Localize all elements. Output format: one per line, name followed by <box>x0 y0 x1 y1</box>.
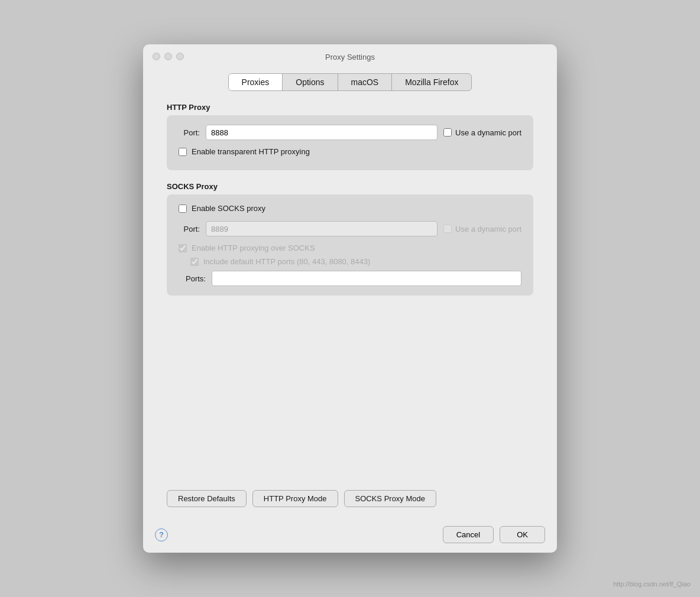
http-over-socks-label: Enable HTTP proxying over SOCKS <box>192 244 315 252</box>
socks-port-label: Port: <box>179 225 200 233</box>
include-ports-checkbox[interactable] <box>190 258 199 266</box>
socks-proxy-mode-button[interactable]: SOCKS Proxy Mode <box>344 490 437 507</box>
footer-right: Cancel OK <box>443 526 545 543</box>
socks-dynamic-port-label: Use a dynamic port <box>455 225 521 233</box>
watermark: http://blog.csdn.net/lf_Qiao <box>613 580 691 588</box>
ok-button[interactable]: OK <box>500 526 545 543</box>
http-over-socks-checkbox[interactable] <box>179 244 187 252</box>
tabs: Proxies Options macOS Mozilla Firefox <box>228 73 472 91</box>
footer-bar: ? Cancel OK <box>143 519 557 553</box>
close-button[interactable] <box>153 53 160 60</box>
proxy-settings-window: Proxy Settings Proxies Options macOS Moz… <box>143 44 557 553</box>
include-ports-row: Include default HTTP ports (80, 443, 808… <box>190 257 521 266</box>
http-port-label: Port: <box>179 128 200 137</box>
include-ports-label: Include default HTTP ports (80, 443, 808… <box>203 257 370 266</box>
socks-proxy-section: Enable SOCKS proxy Port: Use a dynamic p… <box>167 194 533 296</box>
http-port-row: Port: Use a dynamic port <box>179 125 521 140</box>
tab-options[interactable]: Options <box>283 74 338 90</box>
http-dynamic-port-checkbox[interactable] <box>443 128 452 137</box>
window-title: Proxy Settings <box>325 53 375 61</box>
traffic-lights <box>153 53 184 60</box>
bottom-buttons: Restore Defaults HTTP Proxy Mode SOCKS P… <box>143 482 557 519</box>
http-over-socks-row: Enable HTTP proxying over SOCKS <box>179 244 521 252</box>
socks-dynamic-port-checkbox[interactable] <box>443 225 452 233</box>
help-button[interactable]: ? <box>155 528 168 541</box>
tab-macos[interactable]: macOS <box>338 74 393 90</box>
socks-ports-label: Ports: <box>179 274 206 283</box>
tab-mozilla-firefox[interactable]: Mozilla Firefox <box>392 74 471 90</box>
socks-enable-checkbox[interactable] <box>179 205 187 213</box>
socks-port-input[interactable] <box>206 221 438 236</box>
content-area: HTTP Proxy Port: Use a dynamic port Enab… <box>143 91 557 482</box>
socks-ports-row: Ports: <box>179 271 521 286</box>
http-transparent-label: Enable transparent HTTP proxying <box>192 147 310 156</box>
restore-defaults-button[interactable]: Restore Defaults <box>167 490 247 507</box>
http-dynamic-port-row: Use a dynamic port <box>443 128 521 137</box>
minimize-button[interactable] <box>164 53 172 60</box>
http-transparent-checkbox[interactable] <box>179 148 187 156</box>
http-proxy-section: Port: Use a dynamic port Enable transpar… <box>167 115 533 170</box>
http-dynamic-port-label: Use a dynamic port <box>455 128 521 137</box>
http-transparent-row: Enable transparent HTTP proxying <box>179 147 521 156</box>
maximize-button[interactable] <box>176 53 184 60</box>
socks-proxy-section-label: SOCKS Proxy <box>167 182 533 191</box>
http-proxy-section-label: HTTP Proxy <box>167 103 533 112</box>
http-port-input[interactable] <box>206 125 438 140</box>
tabs-container: Proxies Options macOS Mozilla Firefox <box>143 67 557 91</box>
cancel-button[interactable]: Cancel <box>443 526 494 543</box>
socks-dynamic-port-row: Use a dynamic port <box>443 225 521 233</box>
title-bar: Proxy Settings <box>143 44 557 67</box>
tab-proxies[interactable]: Proxies <box>229 74 283 90</box>
socks-enable-label: Enable SOCKS proxy <box>192 204 265 213</box>
socks-ports-input[interactable] <box>212 271 521 286</box>
socks-port-row: Port: Use a dynamic port <box>179 221 521 236</box>
socks-enable-row: Enable SOCKS proxy <box>179 204 521 213</box>
http-proxy-mode-button[interactable]: HTTP Proxy Mode <box>252 490 338 507</box>
